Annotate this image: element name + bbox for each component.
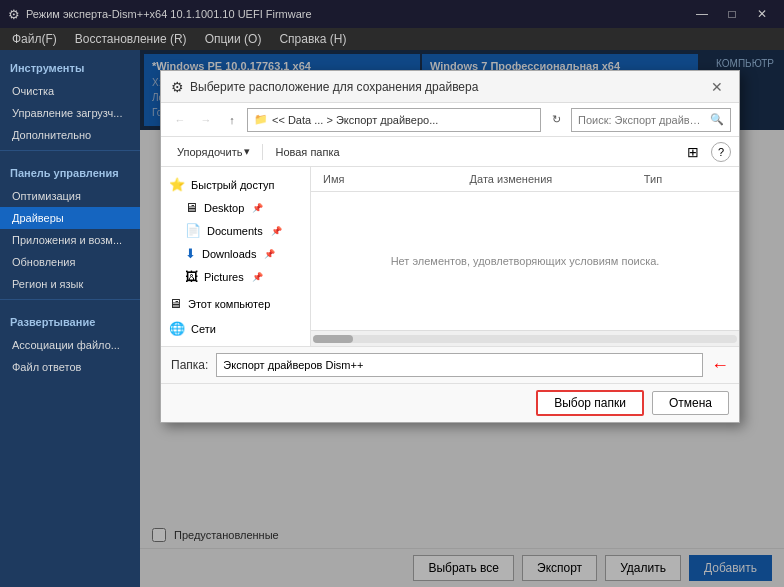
this-pc-icon: 🖥 — [169, 296, 182, 311]
dialog-close-button[interactable]: ✕ — [705, 75, 729, 99]
menu-file[interactable]: Файл(F) — [4, 30, 65, 48]
content-area: Инструменты Очистка Управление загрузч..… — [0, 50, 784, 587]
dialog-sidebar: ⭐ Быстрый доступ 🖥 Desktop 📌 📄 Documents — [161, 167, 311, 346]
network-item[interactable]: 🌐 Сети — [161, 317, 310, 340]
file-list-body: Нет элементов, удовлетворяющих условиям … — [311, 192, 739, 330]
pictures-icon: 🖼 — [185, 269, 198, 284]
dialog-gear-icon: ⚙ — [171, 79, 184, 95]
menu-bar: Файл(F) Восстановление (R) Опции (О) Спр… — [0, 28, 784, 50]
sidebar-item-updates[interactable]: Обновления — [0, 251, 140, 273]
sidebar-item-apps[interactable]: Приложения и возм... — [0, 229, 140, 251]
pictures-item[interactable]: 🖼 Pictures 📌 — [161, 265, 310, 288]
desktop-pin-icon: 📌 — [252, 203, 263, 213]
menu-restore[interactable]: Восстановление (R) — [67, 30, 195, 48]
minimize-button[interactable]: — — [688, 4, 716, 24]
sidebar-item-answer[interactable]: Файл ответов — [0, 356, 140, 378]
sidebar-item-cleanup[interactable]: Очистка — [0, 80, 140, 102]
nav-up-button[interactable]: ↑ — [221, 109, 243, 131]
title-bar-controls: — □ ✕ — [688, 4, 776, 24]
title-bar: Режим эксперта-Dism++x64 10.1.1001.10 UE… — [0, 0, 784, 28]
quick-access-label: Быстрый доступ — [191, 179, 275, 191]
close-button[interactable]: ✕ — [748, 4, 776, 24]
arrow-icon: ← — [711, 355, 729, 376]
folder-icon: 📁 — [254, 113, 268, 126]
window-title: Режим эксперта-Dism++x64 10.1.1001.10 UE… — [26, 8, 312, 20]
divider-1 — [0, 150, 140, 151]
scroll-thumb — [313, 335, 353, 343]
pictures-pin-icon: 📌 — [252, 272, 263, 282]
desktop-label: Desktop — [204, 202, 244, 214]
dialog-nav: ← → ↑ 📁 << Data ... > Экспорт драйверо..… — [161, 103, 739, 137]
help-icon[interactable]: ? — [711, 142, 731, 162]
documents-item[interactable]: 📄 Documents 📌 — [161, 219, 310, 242]
maximize-button[interactable]: □ — [718, 4, 746, 24]
downloads-icon: ⬇ — [185, 246, 196, 261]
menu-options[interactable]: Опции (О) — [197, 30, 270, 48]
organize-arrow: ▾ — [244, 145, 250, 158]
divider-2 — [0, 299, 140, 300]
search-bar[interactable]: Поиск: Экспорт драйверов Di... 🔍 — [571, 108, 731, 132]
address-text: << Data ... > Экспорт драйверо... — [272, 114, 438, 126]
dialog-body: ⭐ Быстрый доступ 🖥 Desktop 📌 📄 Documents — [161, 167, 739, 346]
toolbar-divider — [262, 144, 263, 160]
dialog-title-label: Выберите расположение для сохранения дра… — [190, 80, 478, 94]
organize-button[interactable]: Упорядочить ▾ — [169, 143, 258, 160]
sidebar-section-deploy: Развертывание — [0, 310, 140, 334]
select-folder-button[interactable]: Выбор папки — [536, 390, 644, 416]
this-pc-item[interactable]: 🖥 Этот компьютер — [161, 292, 310, 315]
documents-pin-icon: 📌 — [271, 226, 282, 236]
view-icon[interactable]: ⊞ — [683, 142, 703, 162]
col-date[interactable]: Дата изменения — [466, 171, 640, 187]
file-dialog: ⚙ Выберите расположение для сохранения д… — [160, 70, 740, 423]
search-text: Поиск: Экспорт драйверов Di... — [578, 114, 706, 126]
address-bar[interactable]: 📁 << Data ... > Экспорт драйверо... — [247, 108, 541, 132]
col-name[interactable]: Имя — [319, 171, 466, 187]
downloads-item[interactable]: ⬇ Downloads 📌 — [161, 242, 310, 265]
documents-label: Documents — [207, 225, 263, 237]
star-icon: ⭐ — [169, 177, 185, 192]
sidebar-item-optimize[interactable]: Оптимизация — [0, 185, 140, 207]
dialog-title-text: ⚙ Выберите расположение для сохранения д… — [171, 79, 478, 95]
new-folder-button[interactable]: Новая папка — [267, 144, 347, 160]
desktop-icon: 🖥 — [185, 200, 198, 215]
network-label: Сети — [191, 323, 216, 335]
file-list-area: Имя Дата изменения Тип Нет элементов, уд… — [311, 167, 739, 346]
sidebar-item-extra[interactable]: Дополнительно — [0, 124, 140, 146]
search-icon: 🔍 — [710, 113, 724, 126]
menu-help[interactable]: Справка (Н) — [271, 30, 354, 48]
documents-icon: 📄 — [185, 223, 201, 238]
folder-label: Папка: — [171, 358, 208, 372]
main-right: *Windows PE 10.0.17763.1 x64 X: Локальны… — [140, 50, 784, 587]
col-type[interactable]: Тип — [640, 171, 731, 187]
organize-label: Упорядочить — [177, 146, 242, 158]
quick-access-item[interactable]: ⭐ Быстрый доступ — [161, 173, 310, 196]
nav-refresh-button[interactable]: ↻ — [545, 109, 567, 131]
gear-icon — [8, 7, 20, 22]
sidebar-item-drivers[interactable]: Драйверы — [0, 207, 140, 229]
main-window: Режим эксперта-Dism++x64 10.1.1001.10 UE… — [0, 0, 784, 587]
dialog-toolbar: Упорядочить ▾ Новая папка ⊞ ? — [161, 137, 739, 167]
network-icon: 🌐 — [169, 321, 185, 336]
file-list-header: Имя Дата изменения Тип — [311, 167, 739, 192]
dialog-buttons-row: Выбор папки Отмена — [161, 383, 739, 422]
horizontal-scrollbar[interactable] — [311, 330, 739, 346]
this-pc-label: Этот компьютер — [188, 298, 270, 310]
sidebar-section-control: Панель управления — [0, 161, 140, 185]
title-bar-left: Режим эксперта-Dism++x64 10.1.1001.10 UE… — [8, 7, 312, 22]
dialog-backdrop: ⚙ Выберите расположение для сохранения д… — [140, 50, 784, 587]
nav-back-button[interactable]: ← — [169, 109, 191, 131]
desktop-item[interactable]: 🖥 Desktop 📌 — [161, 196, 310, 219]
folder-path-row: Папка: ← — [161, 346, 739, 383]
cancel-button[interactable]: Отмена — [652, 391, 729, 415]
sidebar-section-tools: Инструменты — [0, 56, 140, 80]
sidebar: Инструменты Очистка Управление загрузч..… — [0, 50, 140, 587]
sidebar-item-assoc[interactable]: Ассоциации файло... — [0, 334, 140, 356]
downloads-label: Downloads — [202, 248, 256, 260]
pictures-label: Pictures — [204, 271, 244, 283]
sidebar-item-boot[interactable]: Управление загрузч... — [0, 102, 140, 124]
downloads-pin-icon: 📌 — [264, 249, 275, 259]
sidebar-item-region[interactable]: Регион и язык — [0, 273, 140, 295]
empty-message: Нет элементов, удовлетворяющих условиям … — [391, 255, 660, 267]
folder-input[interactable] — [216, 353, 703, 377]
nav-forward-button[interactable]: → — [195, 109, 217, 131]
